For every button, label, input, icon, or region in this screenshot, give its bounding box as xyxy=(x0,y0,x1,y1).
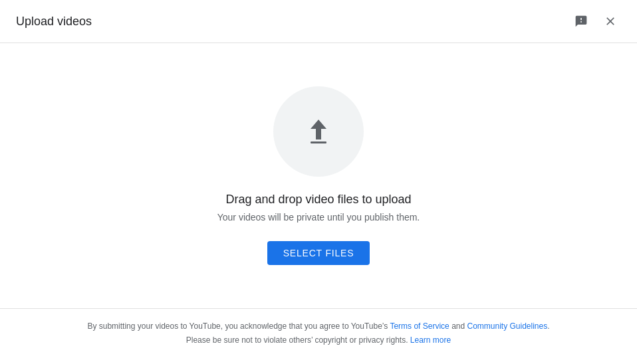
dialog-header: Upload videos xyxy=(0,0,637,43)
terms-of-service-link[interactable]: Terms of Service xyxy=(390,321,449,331)
main-content: Drag and drop video files to upload Your… xyxy=(0,43,637,308)
upload-circle xyxy=(273,86,364,177)
community-guidelines-link[interactable]: Community Guidelines xyxy=(467,321,548,331)
footer-text-before-tos: By submitting your videos to YouTube, yo… xyxy=(87,321,388,331)
dialog-footer: By submitting your videos to YouTube, yo… xyxy=(0,308,637,364)
upload-icon-wrapper xyxy=(301,114,336,149)
footer-legal-text: By submitting your videos to YouTube, yo… xyxy=(16,319,621,348)
footer-and-word: and xyxy=(451,321,465,331)
select-files-button[interactable]: SELECT FILES xyxy=(267,241,370,265)
dialog-title: Upload videos xyxy=(16,15,92,29)
header-actions xyxy=(571,11,621,32)
drag-drop-subtitle: Your videos will be private until you pu… xyxy=(217,212,420,223)
close-icon xyxy=(604,15,617,28)
feedback-icon xyxy=(574,15,588,28)
svg-rect-0 xyxy=(311,141,326,143)
footer-copyright-text: Please be sure not to violate others’ co… xyxy=(186,335,408,345)
learn-more-link[interactable]: Learn more xyxy=(410,335,451,345)
upload-icon xyxy=(301,114,336,149)
feedback-button[interactable] xyxy=(571,11,592,32)
footer-period: . xyxy=(547,321,549,331)
upload-videos-dialog: Upload videos Drag and dro xyxy=(0,0,637,364)
close-button[interactable] xyxy=(600,11,621,32)
drag-drop-title: Drag and drop video files to upload xyxy=(225,193,411,207)
